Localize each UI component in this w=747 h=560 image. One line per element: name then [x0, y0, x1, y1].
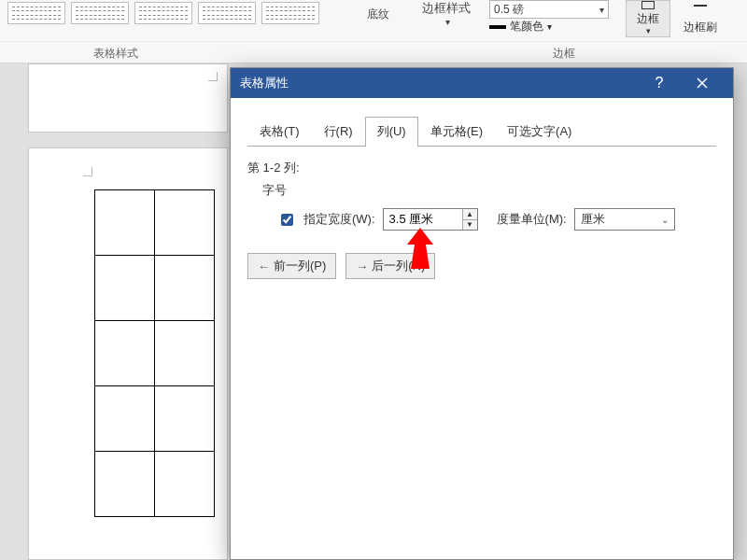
pen-color-button[interactable]: 笔颜色 ▾	[489, 19, 552, 35]
tab-label: 列(U)	[377, 124, 406, 138]
style-thumb[interactable]	[198, 2, 256, 24]
tab-alt-text[interactable]: 可选文字(A)	[495, 117, 584, 146]
tab-label: 行(R)	[324, 124, 353, 138]
shading-label: 底纹	[367, 7, 389, 22]
style-thumb[interactable]	[7, 2, 65, 24]
measure-unit-select[interactable]: 厘米 ⌄	[574, 208, 675, 231]
shading-button[interactable]: 底纹	[359, 0, 398, 28]
section-size-label: 字号	[262, 182, 716, 199]
tab-cell[interactable]: 单元格(E)	[418, 117, 495, 146]
dialog-body: 第 1-2 列: 字号 指定宽度(W): ▲ ▼ 度量单位(M): 厘米 ⌄ ←…	[231, 147, 733, 292]
spinner-up-button[interactable]: ▲	[463, 209, 477, 219]
tab-label: 可选文字(A)	[507, 124, 571, 138]
column-nav-row: ← 前一列(P) → 后一列(N)	[247, 253, 716, 279]
tab-label: 表格(T)	[260, 124, 300, 138]
chevron-down-icon: ▾	[599, 5, 604, 15]
chevron-down-icon: ▾	[646, 27, 651, 35]
arrow-left-icon: ←	[258, 259, 270, 273]
tab-table[interactable]: 表格(T)	[247, 117, 312, 146]
line-weight-dropdown[interactable]: 0.5 磅 ▾	[489, 0, 609, 19]
border-painter-button[interactable]: 边框刷	[674, 0, 726, 37]
page	[28, 147, 228, 560]
specify-width-checkbox[interactable]	[281, 214, 293, 226]
page	[28, 63, 228, 133]
table-styles-gallery[interactable]	[7, 2, 319, 24]
width-row: 指定宽度(W): ▲ ▼ 度量单位(M): 厘米 ⌄	[277, 208, 716, 231]
style-thumb[interactable]	[71, 2, 129, 24]
measure-unit-label: 度量单位(M):	[497, 211, 567, 228]
arrow-right-icon: →	[356, 259, 368, 273]
help-button[interactable]: ?	[638, 68, 681, 98]
border-style-label: 边框样式	[422, 0, 471, 17]
close-button[interactable]	[681, 68, 724, 98]
page-corner-mark	[208, 72, 218, 81]
table-properties-dialog: 表格属性 ? 表格(T) 行(R) 列(U) 单元格(E) 可选文字(A) 第 …	[230, 67, 734, 560]
pen-color-label: 笔颜色	[510, 19, 543, 35]
dialog-titlebar: 表格属性 ?	[231, 68, 733, 98]
chevron-down-icon: ▾	[445, 17, 450, 27]
dialog-title: 表格属性	[240, 75, 289, 91]
chevron-down-icon: ▾	[547, 21, 552, 32]
specify-width-label: 指定宽度(W):	[303, 211, 375, 228]
group-label-table-styles: 表格样式	[93, 46, 138, 62]
border-style-button[interactable]: 边框样式▾	[417, 0, 475, 26]
ribbon-group-labels: 表格样式 边框	[0, 41, 747, 63]
document-table[interactable]	[94, 189, 215, 517]
line-weight-value: 0.5 磅	[494, 2, 524, 18]
tab-label: 单元格(E)	[430, 124, 483, 138]
page-corner-mark	[83, 167, 92, 176]
width-spinner: ▲ ▼	[383, 208, 478, 231]
next-column-button[interactable]: → 后一列(N)	[345, 253, 435, 279]
ribbon: 底纹 边框样式▾ 0.5 磅 ▾ 笔颜色 ▾ 边框 ▾ 边框刷	[0, 0, 747, 41]
help-icon: ?	[655, 75, 664, 91]
width-input[interactable]	[384, 209, 462, 230]
style-thumb[interactable]	[134, 2, 192, 24]
border-painter-label: 边框刷	[684, 20, 717, 35]
border-icon	[641, 1, 655, 9]
pen-color-swatch	[489, 25, 506, 29]
tab-row[interactable]: 行(R)	[312, 117, 365, 146]
next-column-label: 后一列(N)	[372, 258, 425, 274]
dialog-tabs: 表格(T) 行(R) 列(U) 单元格(E) 可选文字(A)	[231, 98, 733, 146]
borders-split-button[interactable]: 边框 ▾	[626, 0, 670, 37]
previous-column-button[interactable]: ← 前一列(P)	[247, 253, 336, 279]
style-thumb[interactable]	[261, 2, 319, 24]
spinner-down-button[interactable]: ▼	[463, 219, 477, 231]
border-painter-icon	[694, 5, 707, 18]
chevron-down-icon: ⌄	[661, 215, 669, 225]
close-icon	[697, 77, 708, 89]
borders-label: 边框	[637, 11, 659, 27]
column-range-label: 第 1-2 列:	[247, 160, 716, 176]
measure-unit-value: 厘米	[581, 211, 605, 228]
previous-column-label: 前一列(P)	[274, 258, 326, 274]
group-label-borders: 边框	[553, 46, 575, 62]
tab-column[interactable]: 列(U)	[365, 117, 418, 146]
